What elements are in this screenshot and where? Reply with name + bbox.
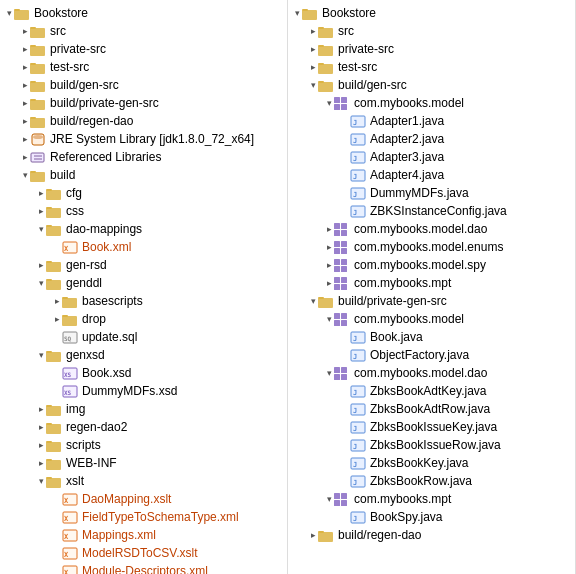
arrow-gen-rsd[interactable] <box>36 260 46 270</box>
arrow-r-zbksbookrow[interactable] <box>340 476 350 486</box>
tree-item-jre-system-library[interactable]: JRE System Library [jdk1.8.0_72_x64] <box>0 130 287 148</box>
tree-item-r-com-mybooks-model2[interactable]: com.mybooks.model <box>288 310 575 328</box>
tree-item-genddl[interactable]: genddl <box>0 274 287 292</box>
arrow-r-test-src[interactable] <box>308 62 318 72</box>
tree-item-img[interactable]: img <box>0 400 287 418</box>
arrow-r-src[interactable] <box>308 26 318 36</box>
tree-item-r-bookspy-java[interactable]: J BookSpy.java <box>288 508 575 526</box>
arrow-xslt[interactable] <box>36 476 46 486</box>
tree-item-r-build-private-gen-src[interactable]: build/private-gen-src <box>288 292 575 310</box>
arrow-r-zbksbookissuerow[interactable] <box>340 440 350 450</box>
arrow-r-com-mybooks-mpt2[interactable] <box>324 494 334 504</box>
tree-item-r-adapter4[interactable]: J Adapter4.java <box>288 166 575 184</box>
arrow-r-com-mybooks-model2[interactable] <box>324 314 334 324</box>
arrow-regen-dao2[interactable] <box>36 422 46 432</box>
tree-item-web-inf[interactable]: WEB-INF <box>0 454 287 472</box>
tree-item-book-xml[interactable]: X Book.xml <box>0 238 287 256</box>
tree-item-r-zbksinstanceconfig[interactable]: J ZBKSInstanceConfig.java <box>288 202 575 220</box>
tree-item-r-com-mybooks-mpt[interactable]: com.mybooks.mpt <box>288 274 575 292</box>
arrow-build-gen-src[interactable] <box>20 80 30 90</box>
arrow-genxsd[interactable] <box>36 350 46 360</box>
tree-item-r-com-mybooks-mpt2[interactable]: com.mybooks.mpt <box>288 490 575 508</box>
arrow-r-bookspy-java[interactable] <box>340 512 350 522</box>
arrow-test-src[interactable] <box>20 62 30 72</box>
arrow-jre-system-library[interactable] <box>20 134 30 144</box>
tree-item-r-zbksbookissuekey[interactable]: J ZbksBookIssueKey.java <box>288 418 575 436</box>
tree-item-r-build-regen-dao[interactable]: build/regen-dao <box>288 526 575 544</box>
tree-item-r-zbksbookkey[interactable]: J ZbksBookKey.java <box>288 454 575 472</box>
arrow-build-private-gen-src[interactable] <box>20 98 30 108</box>
arrow-build-regen-dao[interactable] <box>20 116 30 126</box>
arrow-r-objectfactory-java[interactable] <box>340 350 350 360</box>
tree-item-basescripts[interactable]: basescripts <box>0 292 287 310</box>
arrow-img[interactable] <box>36 404 46 414</box>
tree-item-cfg[interactable]: cfg <box>0 184 287 202</box>
tree-item-modelrsd-xslt[interactable]: X ModelRSDToCSV.xslt <box>0 544 287 562</box>
arrow-r-com-mybooks-model-dao[interactable] <box>324 224 334 234</box>
tree-item-r-com-mybooks-model-spy[interactable]: com.mybooks.model.spy <box>288 256 575 274</box>
arrow-r-zbksbookissuekey[interactable] <box>340 422 350 432</box>
tree-item-book-xsd[interactable]: XS Book.xsd <box>0 364 287 382</box>
tree-item-r-dummymdfs[interactable]: J DummyMDFs.java <box>288 184 575 202</box>
arrow-r-com-mybooks-model[interactable] <box>324 98 334 108</box>
arrow-src[interactable] <box>20 26 30 36</box>
arrow-build[interactable] <box>20 170 30 180</box>
tree-item-genxsd[interactable]: genxsd <box>0 346 287 364</box>
arrow-r-build-regen-dao[interactable] <box>308 530 318 540</box>
arrow-r-private-src[interactable] <box>308 44 318 54</box>
arrow-r-com-mybooks-model-enums[interactable] <box>324 242 334 252</box>
tree-item-dummymdfs-xsd[interactable]: XS DummyMDFs.xsd <box>0 382 287 400</box>
arrow-r-com-mybooks-model-spy[interactable] <box>324 260 334 270</box>
arrow-r-adapter3[interactable] <box>340 152 350 162</box>
tree-item-r-zbksbookrow[interactable]: J ZbksBookRow.java <box>288 472 575 490</box>
tree-item-referenced-libraries[interactable]: Referenced Libraries <box>0 148 287 166</box>
tree-item-bookstore-root[interactable]: Bookstore <box>0 4 287 22</box>
arrow-r-bookstore-root[interactable] <box>292 8 302 18</box>
tree-item-src[interactable]: src <box>0 22 287 40</box>
tree-item-r-zbksbookadtrow[interactable]: J ZbksBookAdtRow.java <box>288 400 575 418</box>
tree-item-mappings-xml[interactable]: X Mappings.xml <box>0 526 287 544</box>
arrow-bookstore-root[interactable] <box>4 8 14 18</box>
arrow-update-sql[interactable] <box>52 332 62 342</box>
arrow-dao-mappings[interactable] <box>36 224 46 234</box>
tree-item-r-test-src[interactable]: test-src <box>288 58 575 76</box>
tree-item-r-book-java[interactable]: J Book.java <box>288 328 575 346</box>
arrow-cfg[interactable] <box>36 188 46 198</box>
tree-item-r-adapter3[interactable]: J Adapter3.java <box>288 148 575 166</box>
tree-item-r-com-mybooks-model-dao[interactable]: com.mybooks.model.dao <box>288 220 575 238</box>
arrow-mappings-xml[interactable] <box>52 530 62 540</box>
tree-item-r-bookstore-root[interactable]: Bookstore <box>288 4 575 22</box>
tree-item-gen-rsd[interactable]: gen-rsd <box>0 256 287 274</box>
tree-item-build-regen-dao[interactable]: build/regen-dao <box>0 112 287 130</box>
arrow-book-xml[interactable] <box>52 242 62 252</box>
tree-item-r-objectfactory-java[interactable]: J ObjectFactory.java <box>288 346 575 364</box>
tree-item-r-com-mybooks-model-dao2[interactable]: com.mybooks.model.dao <box>288 364 575 382</box>
tree-item-fieldtypeschema-xml[interactable]: X FieldTypeToSchemaType.xml <box>0 508 287 526</box>
arrow-dummymdfs-xsd[interactable] <box>52 386 62 396</box>
tree-item-build-gen-src[interactable]: build/gen-src <box>0 76 287 94</box>
arrow-r-adapter1[interactable] <box>340 116 350 126</box>
tree-item-css[interactable]: css <box>0 202 287 220</box>
tree-item-daomapping-xslt[interactable]: X DaoMapping.xslt <box>0 490 287 508</box>
arrow-module-descriptors-xml[interactable] <box>52 566 62 574</box>
tree-item-update-sql[interactable]: SQ update.sql <box>0 328 287 346</box>
tree-item-r-com-mybooks-model-enums[interactable]: com.mybooks.model.enums <box>288 238 575 256</box>
tree-item-r-adapter1[interactable]: J Adapter1.java <box>288 112 575 130</box>
arrow-private-src[interactable] <box>20 44 30 54</box>
arrow-drop[interactable] <box>52 314 62 324</box>
tree-item-build[interactable]: build <box>0 166 287 184</box>
tree-item-r-com-mybooks-model[interactable]: com.mybooks.model <box>288 94 575 112</box>
arrow-basescripts[interactable] <box>52 296 62 306</box>
tree-item-private-src[interactable]: private-src <box>0 40 287 58</box>
arrow-r-adapter4[interactable] <box>340 170 350 180</box>
arrow-r-build-private-gen-src[interactable] <box>308 296 318 306</box>
tree-item-module-descriptors-xml[interactable]: X Module-Descriptors.xml <box>0 562 287 574</box>
arrow-referenced-libraries[interactable] <box>20 152 30 162</box>
tree-item-r-src[interactable]: src <box>288 22 575 40</box>
tree-item-build-private-gen-src[interactable]: build/private-gen-src <box>0 94 287 112</box>
tree-item-r-adapter2[interactable]: J Adapter2.java <box>288 130 575 148</box>
arrow-web-inf[interactable] <box>36 458 46 468</box>
tree-item-r-zbksbookadtkey[interactable]: J ZbksBookAdtKey.java <box>288 382 575 400</box>
arrow-book-xsd[interactable] <box>52 368 62 378</box>
tree-item-xslt[interactable]: xslt <box>0 472 287 490</box>
